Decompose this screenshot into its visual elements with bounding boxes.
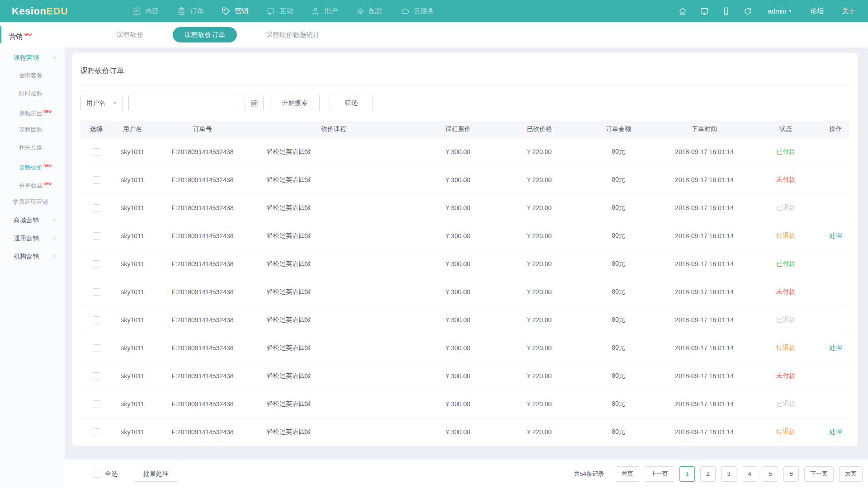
cell-course: 轻松过英语四级 bbox=[252, 250, 415, 278]
cell-time: 2018-09-17 16:01:14 bbox=[659, 362, 750, 390]
row-checkbox[interactable] bbox=[93, 428, 100, 436]
cell-status: 待退款 bbox=[750, 418, 822, 446]
row-checkbox[interactable] bbox=[93, 400, 100, 408]
row-checkbox[interactable] bbox=[93, 316, 100, 324]
cell-price: ¥ 300.00 bbox=[415, 306, 501, 334]
cell-order-no: F:2018091414532438 bbox=[153, 418, 252, 446]
sidebar-item-4[interactable]: 课程拼团new bbox=[0, 103, 65, 121]
phone-icon[interactable] bbox=[722, 7, 731, 16]
pagination: 共54条记录 首页上一页123456下一页末页 bbox=[574, 466, 863, 482]
cell-bargained-price: ¥ 220.00 bbox=[501, 390, 578, 418]
column-header-4: 砍价课程 bbox=[252, 121, 415, 138]
search-input[interactable] bbox=[128, 95, 238, 111]
cell-action bbox=[822, 166, 849, 194]
status-badge: 已退款 bbox=[776, 316, 795, 323]
nav-item-2[interactable]: 订单 bbox=[168, 0, 212, 22]
cell-order-no: F:2018091414532438 bbox=[153, 222, 252, 250]
batch-process-button[interactable]: 批量处理 bbox=[134, 466, 178, 482]
process-link[interactable]: 处理 bbox=[830, 232, 842, 239]
row-checkbox[interactable] bbox=[93, 260, 100, 268]
about-link[interactable]: 关于 bbox=[842, 7, 855, 15]
status-badge: 未付款 bbox=[776, 288, 795, 295]
nav-item-1[interactable]: 内容 bbox=[123, 0, 168, 22]
pager-button-2[interactable]: 上一页 bbox=[645, 466, 674, 482]
nav-item-3[interactable]: 营销 bbox=[212, 0, 257, 22]
select-all-checkbox[interactable] bbox=[93, 470, 100, 478]
logo-part1: Kesion bbox=[12, 5, 46, 17]
select-all-label: 全选 bbox=[105, 470, 118, 478]
page-button-6[interactable]: 6 bbox=[783, 466, 799, 482]
page-button-2[interactable]: 2 bbox=[700, 466, 716, 482]
tab-1[interactable]: 课程砍价 bbox=[105, 27, 156, 42]
page-buttons: 首页上一页123456下一页末页 bbox=[610, 466, 863, 482]
row-checkbox[interactable] bbox=[93, 232, 100, 240]
sidebar-item-1[interactable]: 课程营销 bbox=[0, 48, 65, 66]
process-link[interactable]: 处理 bbox=[830, 344, 842, 351]
cell-price: ¥ 300.00 bbox=[415, 222, 501, 250]
sidebar-item-3[interactable]: 限时抢购 bbox=[0, 84, 65, 103]
sidebar-item-6[interactable]: 积分兑换 bbox=[0, 139, 65, 157]
tab-bar: 课程砍价课程砍价订单课程砍价数据统计 bbox=[105, 22, 349, 47]
home-icon[interactable] bbox=[678, 7, 687, 16]
row-checkbox[interactable] bbox=[93, 372, 100, 380]
cell-time: 2018-09-17 16:01:14 bbox=[659, 390, 750, 418]
column-header-2: 用户名 bbox=[112, 121, 153, 138]
nav-item-4[interactable]: 互动 bbox=[257, 0, 302, 22]
filter-button[interactable]: 筛选 bbox=[330, 95, 373, 111]
sidebar-item-7[interactable]: 课程砍价new bbox=[0, 157, 65, 175]
sidebar-item-12[interactable]: 机构营销 bbox=[0, 247, 65, 265]
pager-button-9[interactable]: 下一页 bbox=[804, 466, 834, 482]
page-button-1[interactable]: 1 bbox=[679, 466, 695, 482]
cell-username: sky1011 bbox=[112, 194, 153, 222]
process-link[interactable]: 处理 bbox=[830, 428, 842, 435]
orders-table: 选择用户名订单号砍价课程课程原价已砍价格订单金额下单时间状态操作 sky1011… bbox=[80, 121, 849, 446]
sidebar-item-8[interactable]: 分享收益new bbox=[0, 175, 65, 193]
pager-button-10[interactable]: 末页 bbox=[839, 466, 863, 482]
page-button-4[interactable]: 4 bbox=[742, 466, 757, 482]
cell-course: 轻松过英语四级 bbox=[252, 278, 415, 306]
search-button[interactable]: 开始搜索 bbox=[270, 95, 320, 111]
admin-menu[interactable]: admin▼ bbox=[768, 7, 792, 15]
sidebar-item-label: 学员返现营销 bbox=[13, 198, 48, 205]
cell-username: sky1011 bbox=[112, 278, 153, 306]
section-new-badge: new bbox=[24, 32, 32, 37]
cell-username: sky1011 bbox=[112, 306, 153, 334]
cell-course: 轻松过英语四级 bbox=[252, 362, 415, 390]
nav-item-7[interactable]: 云服务 bbox=[392, 0, 443, 22]
cell-action bbox=[822, 390, 849, 418]
row-checkbox[interactable] bbox=[93, 176, 100, 184]
calendar-icon bbox=[250, 99, 259, 108]
pager-button-1[interactable]: 首页 bbox=[616, 466, 639, 482]
cell-time: 2018-09-17 16:01:14 bbox=[659, 306, 750, 334]
sidebar-item-10[interactable]: 商城营销 bbox=[0, 211, 65, 229]
column-header-6: 已砍价格 bbox=[501, 121, 578, 138]
cell-status: 未付款 bbox=[750, 278, 822, 306]
cell-bargained-price: ¥ 220.00 bbox=[501, 222, 578, 250]
tab-2[interactable]: 课程砍价订单 bbox=[173, 27, 237, 42]
monitor-icon[interactable] bbox=[700, 7, 709, 16]
admin-label: admin bbox=[768, 7, 786, 15]
sidebar-item-9[interactable]: 学员返现营销 bbox=[0, 193, 65, 211]
sidebar-item-11[interactable]: 通用营销 bbox=[0, 229, 65, 247]
tab-3[interactable]: 课程砍价数据统计 bbox=[254, 27, 332, 42]
page-button-5[interactable]: 5 bbox=[763, 466, 778, 482]
nav-item-5[interactable]: 用户 bbox=[302, 0, 347, 22]
refresh-icon[interactable] bbox=[743, 7, 752, 16]
row-checkbox[interactable] bbox=[93, 204, 100, 212]
field-select[interactable]: 用户名 ▼ bbox=[80, 95, 123, 111]
sidebar-item-5[interactable]: 课程团购 bbox=[0, 121, 65, 139]
chevron-down-icon bbox=[52, 55, 57, 61]
cell-username: sky1011 bbox=[112, 166, 153, 194]
nav-item-6[interactable]: 配置 bbox=[347, 0, 392, 22]
row-checkbox[interactable] bbox=[93, 344, 100, 352]
row-checkbox[interactable] bbox=[93, 148, 100, 156]
row-checkbox[interactable] bbox=[93, 288, 100, 296]
record-count: 共54条记录 bbox=[574, 470, 604, 478]
date-picker-button[interactable] bbox=[245, 95, 264, 111]
column-header-5: 课程原价 bbox=[415, 121, 501, 138]
sidebar-item-label: 限时抢购 bbox=[19, 90, 42, 97]
forum-link[interactable]: 论坛 bbox=[810, 7, 824, 15]
page-button-3[interactable]: 3 bbox=[721, 466, 736, 482]
cell-action bbox=[822, 138, 849, 166]
sidebar-item-2[interactable]: 捆绑套餐 bbox=[0, 66, 65, 84]
